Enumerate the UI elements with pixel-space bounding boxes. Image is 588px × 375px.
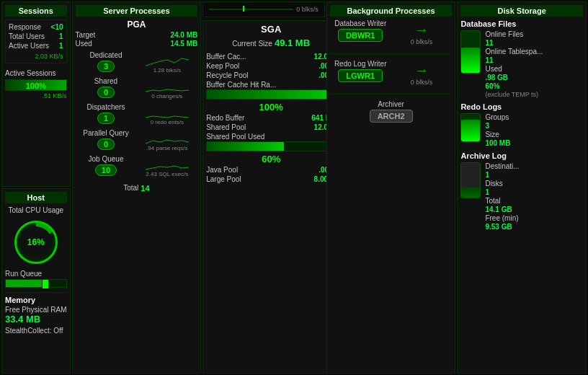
job-queue-chart <box>146 156 189 171</box>
sga-current-size: Current Size 49.1 MB <box>206 38 336 48</box>
disk-storage-title: Disk Storage <box>460 5 583 17</box>
pga-section: PGA Target 24.0 MB Used 14.5 MB <box>76 19 198 48</box>
redo-cylinder <box>460 113 481 142</box>
shared-chart <box>146 79 189 93</box>
active-sessions-pct: 100% <box>6 80 66 92</box>
sessions-panel: Sessions Response <10 Total Users 1 Acti… <box>1 1 71 187</box>
total-users-label: Total Users <box>9 32 45 40</box>
buffer-cache-hit-label: Buffer Cache Hit Ra... <box>206 81 336 89</box>
archive-log-section: Archive Log Destinati... 1 Disks 1 Total… <box>460 151 583 231</box>
parse-reqs-label: .94 parse reqs/s <box>146 145 187 151</box>
shared-pool-row: Shared Pool 12.0 ... <box>206 123 336 131</box>
recycle-pool-row: Recycle Pool .00 B <box>206 71 336 79</box>
kb-rate-2: .51 KB/s <box>43 92 67 100</box>
buffer-cache-hit-bar <box>206 89 336 100</box>
pga-used-label: Used <box>76 40 92 48</box>
job-queue-row: Job Queue 10 <box>76 155 137 176</box>
bandwidth-value: 0 blks/s <box>296 6 318 13</box>
total-users-value: 1 <box>59 32 63 40</box>
pga-target-label: Target <box>76 31 96 39</box>
kb-rate-1: 2.03 KB/s <box>35 53 63 60</box>
active-users-value: 1 <box>59 42 63 50</box>
changes-s-label: 0 changes/s <box>151 93 182 100</box>
cpu-pct: 16% <box>27 237 45 247</box>
redo-buffer-row: Redo Buffer 641 KB <box>206 114 336 122</box>
pga-target-value: 24.0 MB <box>170 31 197 39</box>
sga-title: SGA <box>206 24 336 35</box>
cpu-gauge: 16% <box>5 221 67 264</box>
server-processes-title: Server Processes <box>76 5 198 17</box>
archive-cylinder <box>460 162 481 198</box>
sessions-title: Sessions <box>5 5 67 17</box>
keep-pool-row: Keep Pool .00 B <box>206 62 336 70</box>
active-users-label: Active Users <box>9 42 49 50</box>
total-row: Total 14 <box>76 184 198 193</box>
database-files-section: Database Files Online Files 11 Online Ta… <box>460 19 583 98</box>
dedicated-chart <box>146 53 189 67</box>
host-title: Host <box>5 192 67 203</box>
active-sessions-label: Active Sessions <box>5 69 67 77</box>
archive-log-info: Destinati... 1 Disks 1 Total 14.1 GB Fre… <box>485 162 583 231</box>
parallel-query-row: Parallel Query 0 <box>76 129 137 150</box>
memory-title: Memory <box>5 296 67 304</box>
memory-section: Memory Free Physical RAM 33.4 MB Stealth… <box>5 292 67 335</box>
redo-logs-info: Groups 3 Size 100 MB <box>485 113 583 147</box>
shared-pool-used-bar <box>206 141 336 151</box>
java-pool-row: Java Pool .00 B <box>206 166 336 174</box>
database-files-info: Online Files 11 Online Tablespa... 11 Us… <box>485 30 583 98</box>
response-value: <10 <box>51 23 63 31</box>
run-queue-bar <box>5 279 67 288</box>
database-cylinder <box>460 30 481 74</box>
free-physical-label: Free Physical RAM <box>5 306 67 314</box>
active-sessions-bar: 100% <box>5 79 67 91</box>
large-pool-row: Large Pool 8.00 ... <box>206 175 336 183</box>
parallel-chart <box>146 131 189 145</box>
sql-execs-label: 2.43 SQL exec/s <box>146 171 188 177</box>
redo-ents-label: 0 redo ents/s <box>151 119 184 125</box>
bg-processes-title: Background Processes <box>330 5 453 17</box>
redo-logs-section: Redo Logs Groups 3 Size 100 MB <box>460 102 583 147</box>
dispatchers-row: Dispatchers 1 <box>76 103 137 124</box>
database-files-title: Database Files <box>460 19 583 28</box>
background-processes-panel: Background Processes Database Writer DBW… <box>326 1 456 374</box>
redo-log-item: Redo Log Writer LGWR1 <box>330 60 391 82</box>
server-processes-panel: Server Processes PGA Target 24.0 MB Used… <box>72 1 202 374</box>
cpu-label: Total CPU Usage <box>5 206 67 214</box>
bg-blks-1: 0 blks/s <box>411 38 433 45</box>
buffer-cache-row: Buffer Cac... 12.0 ... <box>206 53 336 61</box>
response-label: Response <box>9 23 41 31</box>
run-queue-label: Run Queue <box>5 270 67 278</box>
db-writer-item: Database Writer DBWR1 <box>330 19 391 42</box>
host-panel: Host Total CPU Usage 16% Run Queue Memor… <box>1 188 71 374</box>
pga-used-value: 14.5 MB <box>170 40 197 48</box>
sga-panel: SGA Current Size 49.1 MB Buffer Cac... 1… <box>202 20 339 374</box>
redo-logs-title: Redo Logs <box>460 102 583 111</box>
bandwidth-bar: 0 blks/s <box>202 1 325 17</box>
stealth-collect: StealthCollect: Off <box>5 327 67 335</box>
bg-blks-2: 0 blks/s <box>411 79 433 86</box>
archiver-item: Archiver ARCH2 <box>330 100 453 123</box>
disk-storage-panel: Disk Storage Database Files Online Files… <box>457 1 587 374</box>
shared-pool-used-pct: 60% <box>206 154 336 164</box>
blks-1-label: 1.28 blks/s <box>153 67 181 74</box>
shared-pool-used-label: Shared Pool Used <box>206 133 336 141</box>
free-physical-value: 33.4 MB <box>5 314 67 325</box>
pga-title: PGA <box>76 19 198 30</box>
dedicated-row: Dedicated 3 <box>76 51 137 72</box>
dispatchers-chart <box>146 105 189 119</box>
shared-row: Shared 0 <box>76 77 137 98</box>
buffer-cache-hit-pct: 100% <box>206 102 336 112</box>
archive-log-title: Archive Log <box>460 151 583 160</box>
